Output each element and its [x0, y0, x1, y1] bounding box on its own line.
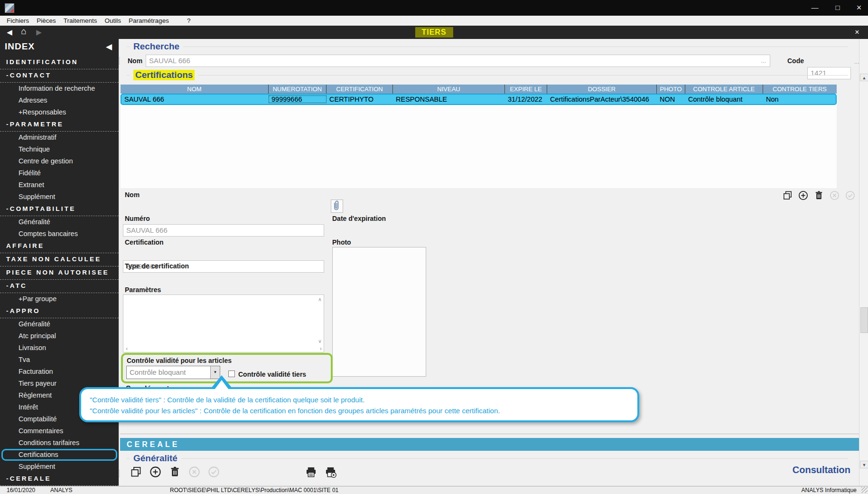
column-header[interactable]: CONTROLE ARTICLE — [685, 85, 763, 94]
validate-button[interactable] — [207, 466, 220, 478]
maximize-button[interactable]: □ — [830, 2, 846, 13]
sidebar-section[interactable]: AFFAIRE — [0, 240, 119, 253]
column-header[interactable]: NOM — [121, 85, 269, 94]
scrollbar-thumb[interactable] — [860, 307, 868, 333]
form-date-label: Date d'expiration — [332, 215, 386, 222]
column-header[interactable]: NIVEAU — [393, 85, 505, 94]
sidebar-item[interactable]: Information de recherche — [0, 83, 119, 95]
certifications-group-title: Certifications — [127, 70, 848, 80]
print-button[interactable] — [305, 466, 317, 478]
forward-icon[interactable]: ▶ — [33, 27, 45, 38]
column-header[interactable]: CERTIFICATION — [327, 85, 393, 94]
duplicate-button[interactable] — [130, 466, 142, 478]
photo-box — [332, 247, 426, 377]
cell-expire: 31/12/2022 — [505, 95, 547, 103]
menu-outils[interactable]: Outils — [101, 17, 125, 24]
sidebar-item[interactable]: +Par groupe — [0, 293, 119, 305]
add-button[interactable] — [798, 190, 809, 201]
column-header[interactable]: DOSSIER — [547, 85, 657, 94]
column-header[interactable]: CONTROLE TIERS — [763, 85, 836, 94]
menu-traitements[interactable]: Traitements — [60, 17, 101, 24]
sidebar-collapse-icon[interactable]: ◀ — [106, 42, 112, 52]
sidebar-section[interactable]: -PARAMETRE — [0, 118, 119, 132]
scroll-left-icon[interactable]: ‹ — [126, 346, 128, 351]
sidebar-item[interactable]: Tva — [0, 354, 119, 366]
form-nom-input[interactable]: SAUVAL 666 — [123, 224, 324, 237]
attachment-button[interactable] — [331, 200, 343, 213]
sidebar-item[interactable]: Fidélité — [0, 167, 119, 179]
cancel-button[interactable] — [829, 190, 840, 201]
close-button[interactable]: × — [851, 2, 867, 13]
sidebar-item[interactable]: Facturation — [0, 366, 119, 378]
printer-export-icon — [324, 466, 337, 478]
print-export-button[interactable] — [324, 466, 337, 478]
sidebar-item[interactable]: Supplément — [0, 461, 119, 473]
column-header[interactable]: NUMEROTATION — [269, 85, 327, 94]
column-header[interactable]: EXPIRE LE — [505, 85, 547, 94]
sidebar-item[interactable]: Technique — [0, 143, 119, 155]
paperclip-icon — [331, 200, 343, 211]
sidebar-item[interactable]: Atc principal — [0, 330, 119, 342]
home-icon[interactable]: ⌂ — [18, 26, 29, 37]
sidebar-item[interactable]: Commentaires — [0, 425, 119, 437]
sidebar-item[interactable]: Adresses — [0, 95, 119, 106]
cereale-section-bar[interactable]: CEREALE — [120, 438, 859, 451]
resize-grip[interactable] — [861, 487, 868, 493]
sidebar-header: INDEX ◀ — [0, 39, 119, 56]
form-parametres-label: Paramètres — [125, 286, 161, 294]
trash-icon — [813, 190, 824, 201]
status-date: 16/01/2020 — [7, 487, 35, 494]
controle-articles-dropdown[interactable]: Contrôle bloquant ▼ — [126, 366, 220, 379]
sidebar-section[interactable]: PIECE NON AUTORISEE — [0, 266, 119, 280]
table-row[interactable]: SAUVAL 666 99999666 CERTIPHYTO RESPONSAB… — [121, 94, 837, 105]
copy-icon — [130, 466, 142, 478]
delete-button[interactable] — [813, 190, 824, 201]
sidebar-section[interactable]: -CONTACT — [0, 69, 119, 83]
menu-help[interactable]: ? — [183, 17, 195, 24]
back-icon[interactable]: ◀ — [4, 27, 15, 38]
scroll-down-icon[interactable]: ∨ — [318, 339, 322, 344]
menu-parametrages[interactable]: Paramétrages — [125, 17, 173, 24]
sidebar-section[interactable]: IDENTIFICATION — [0, 56, 119, 69]
close-view-icon[interactable]: × — [851, 27, 863, 38]
sidebar-item[interactable]: Livraison — [0, 342, 119, 354]
status-app: ANALYS — [50, 487, 72, 494]
tooltip-arrow-inner — [215, 380, 229, 390]
sidebar-item-certifications[interactable]: Certifications — [1, 449, 117, 461]
duplicate-button[interactable] — [782, 190, 793, 201]
form-nom-value: SAUVAL 666 — [126, 226, 168, 234]
sidebar-section[interactable]: -ATC — [0, 280, 119, 293]
sidebar-item[interactable]: Généralité — [0, 318, 119, 330]
cancel-button[interactable] — [188, 466, 201, 478]
sidebar-item[interactable]: Centre de gestion — [0, 155, 119, 167]
main-scrollbar[interactable]: ▲ ▼ — [859, 39, 868, 486]
delete-button[interactable] — [168, 466, 181, 478]
sidebar-item[interactable]: Généralité — [0, 216, 119, 228]
menu-fichiers[interactable]: Fichiers — [3, 17, 33, 24]
sidebar-item[interactable]: Comptes bancaires — [0, 228, 119, 240]
scroll-up-icon[interactable]: ▲ — [860, 74, 868, 81]
sidebar-section[interactable]: TAXE NON CALCULEE — [0, 253, 119, 266]
search-nom-input[interactable]: SAUVAL 666 ... — [146, 55, 770, 67]
sidebar-item[interactable]: Extranet — [0, 179, 119, 191]
copy-icon — [782, 190, 793, 201]
minimize-button[interactable]: — — [807, 2, 823, 13]
plus-circle-icon — [798, 190, 809, 201]
form-parametres-textarea[interactable]: ∧ ∨ ‹ › — [123, 294, 324, 352]
search-nom-browse-button[interactable]: ... — [761, 55, 766, 66]
sidebar-section[interactable]: -CEREALE — [0, 473, 119, 486]
sidebar-item[interactable]: Administratif — [0, 132, 119, 143]
sidebar-section[interactable]: -APPRO — [0, 305, 119, 318]
column-header[interactable]: PHOTO — [657, 85, 685, 94]
add-button[interactable] — [149, 466, 162, 478]
validate-button[interactable] — [845, 190, 856, 201]
scroll-right-icon[interactable]: › — [320, 346, 322, 351]
menu-pieces[interactable]: Pièces — [33, 17, 60, 24]
scroll-up-icon[interactable]: ∧ — [318, 297, 322, 302]
scroll-down-icon[interactable]: ▼ — [860, 461, 868, 468]
sidebar-item[interactable]: Supplément — [0, 191, 119, 203]
sidebar-section[interactable]: -COMPTABILITE — [0, 203, 119, 216]
cell-niveau: RESPONSABLE — [393, 95, 505, 103]
sidebar-item[interactable]: +Responsables — [0, 106, 119, 118]
sidebar-item[interactable]: Conditions tarifaires — [0, 437, 119, 449]
